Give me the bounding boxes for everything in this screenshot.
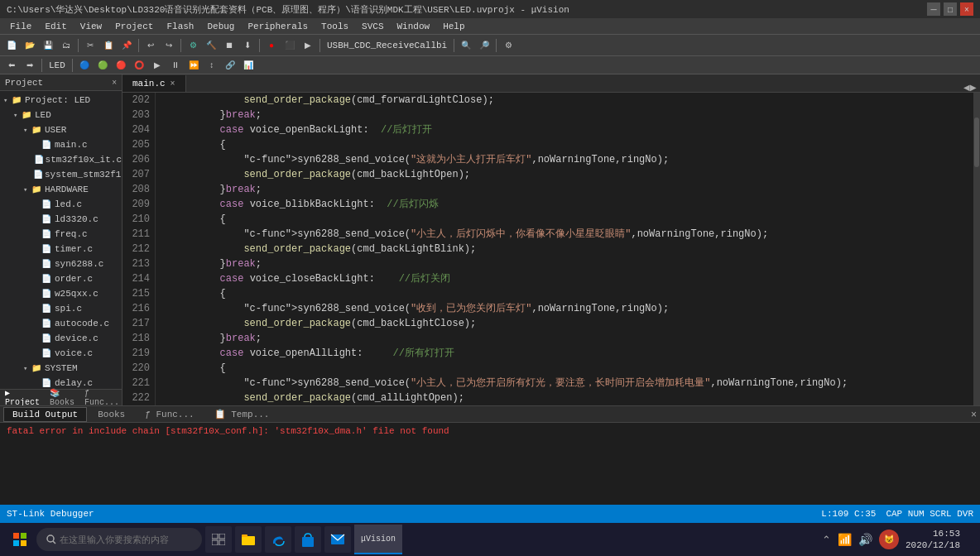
menu-window[interactable]: Window: [391, 18, 437, 34]
menu-view[interactable]: View: [74, 18, 108, 34]
debug-start-btn[interactable]: ●: [263, 37, 280, 54]
task-view-btn[interactable]: [205, 526, 232, 553]
func-tab[interactable]: ƒ Func...: [79, 389, 124, 406]
code-content[interactable]: send_order_package(cmd_forwardLightClose…: [166, 93, 973, 405]
tree-item[interactable]: 📄delay.c: [0, 376, 122, 389]
t2-btn11[interactable]: 🔗: [222, 57, 238, 74]
t2-btn7[interactable]: ▶: [149, 57, 166, 74]
menu-help[interactable]: Help: [436, 18, 471, 34]
menu-file[interactable]: File: [3, 18, 38, 34]
save-all-btn[interactable]: 🗂: [58, 37, 74, 54]
taskbar-search-bar[interactable]: 在这里输入你要搜索的内容: [36, 528, 202, 551]
menu-peripherals[interactable]: Peripherals: [241, 18, 315, 34]
menu-debug[interactable]: Debug: [200, 18, 241, 34]
menu-edit[interactable]: Edit: [38, 18, 73, 34]
t2-btn4[interactable]: 🟢: [94, 57, 111, 74]
avatar[interactable]: 😺: [879, 530, 899, 549]
tree-item-label: led.c: [55, 199, 82, 209]
tree-item[interactable]: 📄ld3320.c: [0, 212, 122, 227]
paste-btn[interactable]: 📌: [118, 37, 135, 54]
cut-btn[interactable]: ✂: [82, 37, 98, 54]
project-tree[interactable]: ▾📁Project: LED▾📁LED▾📁USER 📄main.c 📄stm32…: [0, 91, 122, 389]
tree-item[interactable]: 📄system_stm32f10x.c: [0, 167, 122, 182]
tree-item[interactable]: 📄device.c: [0, 331, 122, 346]
tree-item[interactable]: ▾📁HARDWARE: [0, 182, 122, 197]
menu-project[interactable]: Project: [108, 18, 160, 34]
volume-icon[interactable]: 🔊: [858, 533, 872, 546]
close-bottom-btn[interactable]: ×: [971, 409, 977, 420]
download-btn[interactable]: ⬇: [239, 37, 256, 54]
books-tab[interactable]: 📚 Books: [45, 388, 79, 405]
minimize-button[interactable]: ─: [927, 2, 940, 16]
func-bottom-tab[interactable]: ƒ Func...: [136, 407, 203, 422]
vertical-scrollbar[interactable]: [973, 93, 980, 405]
save-btn[interactable]: 💾: [40, 37, 56, 54]
copy-btn[interactable]: 📋: [100, 37, 117, 54]
tree-item[interactable]: ▾📁Project: LED: [0, 93, 122, 108]
t2-btn12[interactable]: 📊: [240, 57, 257, 74]
tree-item[interactable]: ▾📁LED: [0, 108, 122, 122]
code-editor[interactable]: 2022032042052062072082092102112122132142…: [122, 93, 980, 405]
stop-build-btn[interactable]: ⏹: [221, 37, 238, 54]
sidebar-close-btn[interactable]: ×: [112, 78, 117, 87]
active-app-taskbar[interactable]: μVision: [354, 525, 402, 554]
debug-stop-btn[interactable]: ⬛: [281, 37, 298, 54]
t2-btn3[interactable]: 🔵: [76, 57, 93, 74]
tree-item[interactable]: 📄main.c: [0, 137, 122, 152]
edge-btn[interactable]: [265, 526, 291, 553]
build-output-tab[interactable]: Build Output: [3, 407, 87, 422]
mail-btn[interactable]: [324, 526, 351, 553]
build-btn[interactable]: ⚙: [185, 37, 201, 54]
menu-svcs[interactable]: SVCS: [355, 18, 390, 34]
tree-item[interactable]: 📄order.c: [0, 271, 122, 286]
undo-btn[interactable]: ↩: [142, 37, 159, 54]
network-icon[interactable]: 📶: [838, 533, 852, 546]
tray-overflow-btn[interactable]: ⌃: [822, 534, 831, 546]
tree-item[interactable]: 📄stm32f10x_it.c: [0, 152, 122, 167]
svg-rect-10: [242, 536, 255, 545]
menu-flash[interactable]: Flash: [160, 18, 200, 34]
scrollbar-thumb[interactable]: [974, 117, 979, 167]
new-file-btn[interactable]: 📄: [3, 37, 20, 54]
tree-item[interactable]: 📄voice.c: [0, 346, 122, 361]
tree-item[interactable]: 📄syn6288.c: [0, 256, 122, 271]
books-bottom-tab[interactable]: Books: [89, 407, 134, 422]
tree-item[interactable]: ▾📁SYSTEM: [0, 361, 122, 376]
start-button[interactable]: [7, 526, 33, 553]
window-controls[interactable]: ─ □ ×: [927, 2, 973, 16]
tree-item[interactable]: 📄timer.c: [0, 242, 122, 256]
open-btn[interactable]: 📂: [22, 37, 38, 54]
tree-item[interactable]: 📄freq.c: [0, 227, 122, 242]
t2-btn8[interactable]: ⏸: [167, 57, 184, 74]
t2-btn9[interactable]: ⏩: [185, 57, 202, 74]
tree-item[interactable]: 📄autocode.c: [0, 316, 122, 331]
tree-item[interactable]: 📄w25qxx.c: [0, 286, 122, 301]
project-tab[interactable]: ▶ Project: [0, 388, 45, 405]
tab-main-c[interactable]: main.c ×: [122, 75, 186, 92]
debug-step-btn[interactable]: ▶: [300, 37, 316, 54]
tree-item[interactable]: 📄led.c: [0, 197, 122, 212]
scroll-right-btn[interactable]: ▶: [970, 83, 977, 92]
t2-btn10[interactable]: ↕: [204, 57, 220, 74]
scroll-left-btn[interactable]: ◀: [963, 83, 970, 92]
find-btn[interactable]: 🔍: [458, 37, 474, 54]
settings-btn[interactable]: ⚙: [500, 37, 516, 54]
zoom-btn[interactable]: 🔎: [476, 37, 492, 54]
t2-btn2[interactable]: ➡: [22, 57, 38, 74]
store-btn[interactable]: [295, 526, 321, 553]
debugger-status: ST-Link Debugger: [7, 509, 94, 519]
t2-btn6[interactable]: ⭕: [131, 57, 147, 74]
redo-btn[interactable]: ↪: [161, 37, 177, 54]
tab-close-icon[interactable]: ×: [171, 79, 175, 89]
tree-item[interactable]: 📄spi.c: [0, 301, 122, 316]
menu-tools[interactable]: Tools: [315, 18, 355, 34]
t2-btn1[interactable]: ⬅: [3, 57, 20, 74]
tree-item[interactable]: ▾📁USER: [0, 122, 122, 137]
temp-bottom-tab[interactable]: 📋 Temp...: [205, 407, 279, 422]
explorer-btn[interactable]: [235, 526, 262, 553]
t2-btn5[interactable]: 🔴: [113, 57, 129, 74]
editor-tab-bar: main.c × ◀ ▶: [122, 74, 980, 93]
rebuild-btn[interactable]: 🔨: [203, 37, 219, 54]
maximize-button[interactable]: □: [944, 2, 957, 16]
close-button[interactable]: ×: [960, 2, 973, 16]
